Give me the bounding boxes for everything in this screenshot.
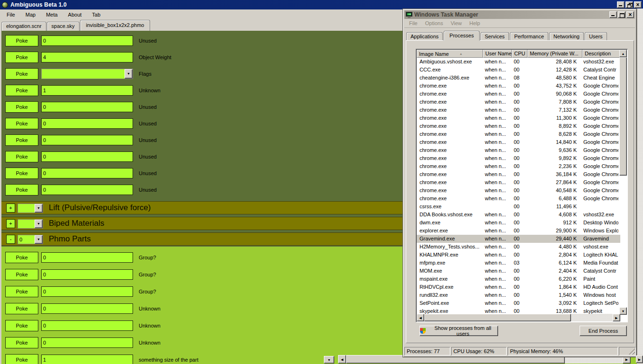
tm-menu-view[interactable]: View (448, 19, 467, 27)
process-row[interactable]: chrome.exe when n... 00 7,132 K Google C… (417, 106, 620, 114)
tm-tab-users[interactable]: Users (585, 32, 607, 41)
value-input[interactable] (41, 286, 133, 297)
scrollbar-thumb[interactable] (619, 57, 627, 176)
tm-tab-services[interactable]: Services (481, 32, 509, 41)
poke-button[interactable]: Poke (5, 151, 38, 162)
poke-button[interactable]: Poke (5, 85, 38, 96)
app-minimize-button[interactable] (617, 1, 625, 8)
poke-button[interactable]: Poke (5, 320, 38, 331)
process-row[interactable]: chrome.exe when n... 00 43,752 K Google … (417, 82, 620, 90)
section-toggle-button[interactable]: - (6, 235, 15, 244)
scrollbar-thumb[interactable] (424, 314, 571, 321)
process-row[interactable]: Gravemind.exe when n... 00 29,440 K Grav… (417, 235, 620, 243)
process-row[interactable]: SetPoint.exe when n... 00 3,092 K Logite… (417, 299, 620, 307)
poke-button[interactable]: Poke (5, 252, 38, 263)
value-input[interactable] (41, 252, 133, 263)
chevron-down-icon[interactable] (35, 204, 43, 213)
poke-button[interactable]: Poke (5, 269, 38, 280)
process-row[interactable]: dwm.exe when n... 00 912 K Desktop Windo (417, 219, 620, 227)
poke-button[interactable]: Poke (5, 134, 38, 146)
section-toggle-button[interactable]: + (6, 204, 15, 213)
value-input[interactable] (41, 303, 133, 314)
process-row[interactable]: chrome.exe when n... 00 27,864 K Google … (417, 178, 620, 186)
poke-button[interactable]: Poke (5, 101, 38, 113)
poke-button[interactable]: Poke (5, 68, 38, 80)
process-row[interactable]: chrome.exe when n... 00 40,548 K Google … (417, 186, 620, 195)
poke-button[interactable]: Poke (5, 303, 38, 314)
app-close-button[interactable] (634, 1, 642, 8)
poke-button[interactable]: Poke (5, 337, 38, 348)
poke-button[interactable]: Poke (5, 118, 38, 129)
chevron-down-icon[interactable] (35, 235, 43, 244)
process-row[interactable]: chrome.exe when n... 00 2,236 K Google C… (417, 162, 620, 170)
horizontal-scrollbar[interactable] (417, 314, 620, 321)
process-row[interactable]: chrome.exe when n... 00 36,184 K Google … (417, 170, 620, 178)
process-row[interactable]: CCC.exe when n... 00 12,428 K Catalyst C… (417, 66, 620, 74)
value-input[interactable] (41, 102, 133, 112)
scroll-down-icon[interactable] (619, 307, 627, 315)
column-header-2[interactable]: CPU (512, 50, 527, 58)
process-row[interactable]: chrome.exe when n... 00 7,808 K Google C… (417, 98, 620, 106)
poke-button[interactable]: Poke (5, 354, 38, 364)
process-row[interactable]: chrome.exe when n... 00 11,300 K Google … (417, 114, 620, 122)
poke-button[interactable]: Poke (5, 286, 38, 297)
resize-grip[interactable] (619, 347, 636, 355)
process-row[interactable]: cheatengine-i386.exe when n... 08 48,580… (417, 74, 620, 82)
chevron-down-icon[interactable] (125, 69, 133, 79)
poke-button[interactable]: Poke (5, 184, 38, 195)
app-menu-map[interactable]: Map (22, 10, 42, 19)
column-header-1[interactable]: User Name (483, 50, 512, 58)
process-row[interactable]: MOM.exe when n... 00 2,404 K Catalyst Co… (417, 267, 620, 275)
tm-minimize-button[interactable] (609, 11, 617, 18)
scroll-right-icon[interactable] (636, 355, 643, 363)
app-tab-2[interactable]: invisible_box1x2x2.phmo (80, 20, 151, 31)
value-input[interactable] (41, 135, 133, 145)
value-input[interactable] (41, 355, 133, 364)
app-tab-1[interactable]: space.sky (47, 22, 80, 31)
app-menu-tab[interactable]: Tab (88, 10, 107, 19)
tm-menu-help[interactable]: Help (466, 19, 485, 27)
process-row[interactable]: chrome.exe when n... 00 8,892 K Google C… (417, 122, 620, 130)
vertical-scrollbar[interactable] (619, 50, 627, 315)
value-input[interactable] (41, 151, 133, 162)
value-input[interactable] (41, 185, 133, 195)
tm-close-button[interactable] (626, 11, 634, 18)
process-row[interactable]: chrome.exe when n... 00 9,636 K Google C… (417, 146, 620, 154)
app-menu-file[interactable]: File (3, 10, 22, 19)
process-row[interactable]: chrome.exe when n... 00 90,068 K Google … (417, 90, 620, 98)
value-input[interactable] (41, 337, 133, 348)
scroll-right-icon[interactable] (613, 314, 620, 321)
process-row[interactable]: explorer.exe when n... 00 29,900 K Windo… (417, 227, 620, 235)
value-input[interactable] (41, 36, 133, 46)
column-header-0[interactable]: Image Name (417, 50, 483, 58)
dropdown-button[interactable] (324, 356, 334, 364)
process-row[interactable]: mfpmp.exe when n... 03 6,124 K Media Fou… (417, 259, 620, 267)
section-combobox[interactable] (18, 204, 43, 213)
chevron-down-icon[interactable] (35, 220, 43, 228)
tm-maximize-button[interactable] (618, 11, 625, 18)
scroll-left-icon[interactable] (338, 355, 346, 364)
app-vertical-scrollbar[interactable] (637, 9, 643, 355)
process-row[interactable]: chrome.exe when n... 00 8,628 K Google C… (417, 130, 620, 138)
tm-tab-processes[interactable]: Processes (444, 31, 479, 41)
tm-tab-networking[interactable]: Networking (549, 32, 584, 41)
show-all-users-button[interactable]: Show processes from all users (420, 326, 498, 336)
process-row[interactable]: DDA Books.vshost.exe when n... 00 4,608 … (417, 211, 620, 219)
process-row[interactable]: chrome.exe when n... 00 6,488 K Google C… (417, 195, 620, 203)
column-header-4[interactable]: Description (582, 50, 620, 58)
process-row[interactable]: mspaint.exe when n... 00 6,220 K Paint (417, 275, 620, 283)
process-row[interactable]: RtHDVCpl.exe when n... 00 1,864 K HD Aud… (417, 283, 620, 291)
process-row[interactable]: H2Memory_Tests.vshos... when n... 00 4,4… (417, 243, 620, 251)
poke-button[interactable]: Poke (5, 168, 38, 179)
value-input[interactable] (41, 85, 133, 96)
value-input[interactable] (41, 320, 133, 331)
tm-tab-applications[interactable]: Applications (406, 32, 443, 41)
poke-button[interactable]: Poke (5, 52, 38, 63)
app-tab-0[interactable]: elongation.scnr (1, 22, 46, 31)
value-input[interactable] (41, 168, 133, 178)
tm-menu-file[interactable]: File (406, 19, 422, 27)
app-menu-about[interactable]: About (64, 10, 89, 19)
value-input[interactable] (41, 269, 133, 280)
section-combobox[interactable]: 0 (18, 235, 43, 244)
process-row[interactable]: rundll32.exe when n... 00 1,540 K Window… (417, 291, 620, 299)
